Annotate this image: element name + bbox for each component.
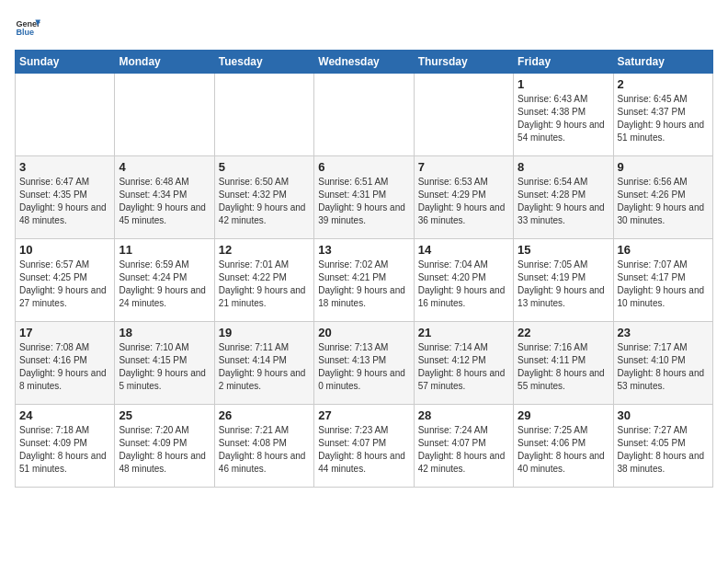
weekday-header: Thursday [414, 51, 513, 74]
calendar-cell: 26Sunrise: 7:21 AM Sunset: 4:08 PM Dayli… [214, 405, 313, 488]
day-number: 11 [119, 243, 210, 257]
day-info: Sunrise: 6:57 AM Sunset: 4:25 PM Dayligh… [19, 259, 110, 310]
day-number: 21 [418, 326, 509, 339]
logo-icon: General Blue [15, 15, 40, 40]
calendar-cell: 8Sunrise: 6:54 AM Sunset: 4:28 PM Daylig… [514, 156, 613, 239]
day-info: Sunrise: 7:25 AM Sunset: 4:06 PM Dayligh… [518, 424, 609, 476]
day-info: Sunrise: 7:27 AM Sunset: 4:05 PM Dayligh… [618, 424, 709, 476]
calendar-cell [414, 74, 513, 156]
calendar-cell: 20Sunrise: 7:13 AM Sunset: 4:13 PM Dayli… [314, 322, 414, 405]
day-number: 28 [418, 408, 509, 422]
day-info: Sunrise: 7:17 AM Sunset: 4:10 PM Dayligh… [618, 341, 709, 393]
calendar-cell: 19Sunrise: 7:11 AM Sunset: 4:14 PM Dayli… [214, 322, 313, 405]
day-number: 10 [19, 243, 110, 257]
calendar-cell: 28Sunrise: 7:24 AM Sunset: 4:07 PM Dayli… [414, 405, 513, 488]
day-info: Sunrise: 6:48 AM Sunset: 4:34 PM Dayligh… [119, 176, 210, 227]
day-number: 29 [518, 408, 609, 422]
day-info: Sunrise: 7:14 AM Sunset: 4:12 PM Dayligh… [418, 341, 509, 393]
day-info: Sunrise: 7:10 AM Sunset: 4:15 PM Dayligh… [119, 341, 210, 393]
day-info: Sunrise: 6:45 AM Sunset: 4:37 PM Dayligh… [618, 93, 709, 144]
day-info: Sunrise: 7:13 AM Sunset: 4:13 PM Dayligh… [318, 341, 409, 393]
day-info: Sunrise: 7:18 AM Sunset: 4:09 PM Dayligh… [19, 424, 110, 476]
day-info: Sunrise: 7:08 AM Sunset: 4:16 PM Dayligh… [19, 341, 110, 393]
day-number: 15 [518, 243, 609, 257]
day-number: 1 [518, 77, 609, 91]
calendar-cell: 30Sunrise: 7:27 AM Sunset: 4:05 PM Dayli… [613, 405, 712, 488]
calendar-cell [314, 74, 414, 156]
day-info: Sunrise: 6:50 AM Sunset: 4:32 PM Dayligh… [219, 176, 310, 227]
calendar-cell: 2Sunrise: 6:45 AM Sunset: 4:37 PM Daylig… [613, 74, 712, 156]
day-info: Sunrise: 7:07 AM Sunset: 4:17 PM Dayligh… [618, 259, 709, 310]
calendar-cell: 3Sunrise: 6:47 AM Sunset: 4:35 PM Daylig… [16, 156, 115, 239]
day-info: Sunrise: 7:23 AM Sunset: 4:07 PM Dayligh… [318, 424, 409, 476]
calendar-cell: 24Sunrise: 7:18 AM Sunset: 4:09 PM Dayli… [16, 405, 115, 488]
day-number: 8 [518, 160, 609, 174]
day-number: 24 [19, 408, 110, 422]
day-info: Sunrise: 7:16 AM Sunset: 4:11 PM Dayligh… [518, 341, 609, 393]
page-header: General Blue [15, 15, 713, 40]
calendar-cell: 18Sunrise: 7:10 AM Sunset: 4:15 PM Dayli… [115, 322, 214, 405]
calendar-cell: 12Sunrise: 7:01 AM Sunset: 4:22 PM Dayli… [214, 239, 313, 322]
day-info: Sunrise: 7:24 AM Sunset: 4:07 PM Dayligh… [418, 424, 509, 476]
day-info: Sunrise: 7:01 AM Sunset: 4:22 PM Dayligh… [219, 259, 310, 310]
calendar-week-row: 10Sunrise: 6:57 AM Sunset: 4:25 PM Dayli… [16, 239, 713, 322]
day-number: 3 [19, 160, 110, 174]
day-number: 17 [19, 326, 110, 339]
calendar-cell: 21Sunrise: 7:14 AM Sunset: 4:12 PM Dayli… [414, 322, 513, 405]
calendar-cell: 11Sunrise: 6:59 AM Sunset: 4:24 PM Dayli… [115, 239, 214, 322]
day-info: Sunrise: 6:43 AM Sunset: 4:38 PM Dayligh… [518, 93, 609, 144]
logo: General Blue [15, 15, 44, 40]
day-number: 12 [219, 243, 310, 257]
weekday-header: Tuesday [214, 51, 313, 74]
calendar-week-row: 24Sunrise: 7:18 AM Sunset: 4:09 PM Dayli… [16, 405, 713, 488]
calendar-table: SundayMondayTuesdayWednesdayThursdayFrid… [15, 50, 713, 488]
day-info: Sunrise: 7:21 AM Sunset: 4:08 PM Dayligh… [219, 424, 310, 476]
calendar-cell: 13Sunrise: 7:02 AM Sunset: 4:21 PM Dayli… [314, 239, 414, 322]
calendar-cell [16, 74, 115, 156]
day-number: 20 [318, 326, 409, 339]
calendar-cell: 14Sunrise: 7:04 AM Sunset: 4:20 PM Dayli… [414, 239, 513, 322]
calendar-cell: 5Sunrise: 6:50 AM Sunset: 4:32 PM Daylig… [214, 156, 313, 239]
calendar-header-row: SundayMondayTuesdayWednesdayThursdayFrid… [16, 51, 713, 74]
weekday-header: Friday [514, 51, 613, 74]
day-info: Sunrise: 7:02 AM Sunset: 4:21 PM Dayligh… [318, 259, 409, 310]
weekday-header: Saturday [613, 51, 712, 74]
day-number: 13 [318, 243, 409, 257]
calendar-cell: 25Sunrise: 7:20 AM Sunset: 4:09 PM Dayli… [115, 405, 214, 488]
day-number: 22 [518, 326, 609, 339]
day-number: 7 [418, 160, 509, 174]
day-number: 19 [219, 326, 310, 339]
weekday-header: Wednesday [314, 51, 414, 74]
calendar-cell: 22Sunrise: 7:16 AM Sunset: 4:11 PM Dayli… [514, 322, 613, 405]
day-info: Sunrise: 7:05 AM Sunset: 4:19 PM Dayligh… [518, 259, 609, 310]
calendar-cell: 7Sunrise: 6:53 AM Sunset: 4:29 PM Daylig… [414, 156, 513, 239]
weekday-header: Sunday [16, 51, 115, 74]
calendar-cell: 4Sunrise: 6:48 AM Sunset: 4:34 PM Daylig… [115, 156, 214, 239]
day-number: 25 [119, 408, 210, 422]
day-number: 18 [119, 326, 210, 339]
day-number: 16 [618, 243, 709, 257]
day-info: Sunrise: 7:11 AM Sunset: 4:14 PM Dayligh… [219, 341, 310, 393]
calendar-cell: 1Sunrise: 6:43 AM Sunset: 4:38 PM Daylig… [514, 74, 613, 156]
day-number: 26 [219, 408, 310, 422]
svg-text:Blue: Blue [16, 28, 34, 37]
calendar-cell: 27Sunrise: 7:23 AM Sunset: 4:07 PM Dayli… [314, 405, 414, 488]
day-number: 14 [418, 243, 509, 257]
day-number: 9 [618, 160, 709, 174]
calendar-cell: 15Sunrise: 7:05 AM Sunset: 4:19 PM Dayli… [514, 239, 613, 322]
day-number: 23 [618, 326, 709, 339]
calendar-week-row: 3Sunrise: 6:47 AM Sunset: 4:35 PM Daylig… [16, 156, 713, 239]
calendar-cell: 10Sunrise: 6:57 AM Sunset: 4:25 PM Dayli… [16, 239, 115, 322]
day-info: Sunrise: 6:47 AM Sunset: 4:35 PM Dayligh… [19, 176, 110, 227]
day-info: Sunrise: 7:20 AM Sunset: 4:09 PM Dayligh… [119, 424, 210, 476]
day-info: Sunrise: 6:51 AM Sunset: 4:31 PM Dayligh… [318, 176, 409, 227]
weekday-header: Monday [115, 51, 214, 74]
day-number: 2 [618, 77, 709, 91]
day-number: 5 [219, 160, 310, 174]
calendar-week-row: 1Sunrise: 6:43 AM Sunset: 4:38 PM Daylig… [16, 74, 713, 156]
day-info: Sunrise: 6:59 AM Sunset: 4:24 PM Dayligh… [119, 259, 210, 310]
day-info: Sunrise: 6:54 AM Sunset: 4:28 PM Dayligh… [518, 176, 609, 227]
calendar-cell: 23Sunrise: 7:17 AM Sunset: 4:10 PM Dayli… [613, 322, 712, 405]
calendar-cell [115, 74, 214, 156]
calendar-cell: 6Sunrise: 6:51 AM Sunset: 4:31 PM Daylig… [314, 156, 414, 239]
